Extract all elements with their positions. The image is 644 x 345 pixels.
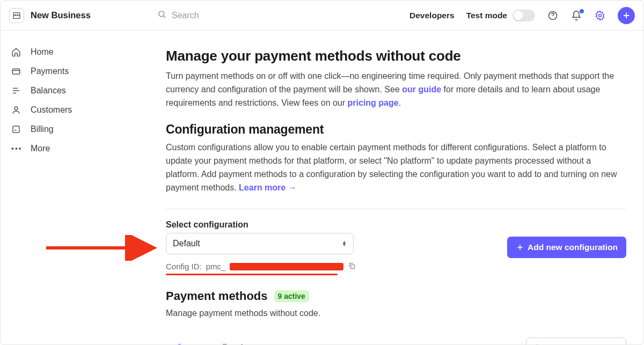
- tab-preview[interactable]: Preview: [222, 337, 254, 345]
- notification-dot-icon: [580, 9, 584, 13]
- tabs: Set up Preview: [166, 337, 254, 345]
- store-icon: [9, 8, 24, 23]
- review-transaction-button[interactable]: Review transaction: [526, 337, 626, 345]
- card-icon: [11, 67, 21, 76]
- bell-icon[interactable]: [570, 10, 582, 21]
- home-icon: [11, 47, 21, 57]
- main-content: Manage your payment methods without code…: [149, 31, 643, 345]
- svg-point-4: [14, 107, 18, 110]
- help-icon[interactable]: [547, 10, 559, 21]
- brand[interactable]: New Business: [9, 8, 149, 23]
- svg-rect-6: [351, 265, 355, 268]
- toggle-icon[interactable]: [513, 10, 535, 21]
- page-title: Manage your payment methods without code: [166, 48, 626, 64]
- gear-icon[interactable]: [594, 10, 606, 21]
- brand-name: New Business: [31, 10, 91, 20]
- pricing-page-link[interactable]: pricing page: [348, 98, 399, 107]
- test-mode-label: Test mode: [466, 11, 507, 20]
- sidebar-item-label: Payments: [31, 67, 69, 76]
- svg-rect-3: [12, 69, 20, 75]
- search-input[interactable]: [172, 11, 401, 20]
- sidebar: Home Payments Balances Customers Billing…: [1, 31, 149, 345]
- config-select[interactable]: Default ▲▼: [166, 233, 354, 254]
- svg-point-2: [599, 14, 602, 17]
- config-id-label: Config ID:: [166, 262, 202, 271]
- intro-paragraph: Turn payment methods on or off with one …: [166, 70, 626, 109]
- balances-icon: [11, 86, 21, 96]
- select-value: Default: [173, 239, 200, 248]
- config-id-row: Config ID: pmc_: [166, 262, 356, 271]
- sidebar-item-label: Customers: [31, 105, 72, 115]
- review-transaction-label: Review transaction: [546, 343, 619, 345]
- divider: [166, 209, 626, 209]
- copy-icon[interactable]: [348, 262, 356, 271]
- developers-link[interactable]: Developers: [409, 11, 455, 20]
- more-icon: •••: [11, 144, 21, 153]
- add-config-button[interactable]: Add new configuration: [507, 237, 626, 258]
- learn-more-link[interactable]: Learn more →: [239, 183, 297, 192]
- sidebar-item-label: Billing: [31, 124, 54, 134]
- payment-methods-subtitle: Manage payment methods without code.: [166, 309, 626, 318]
- config-mgmt-desc: Custom configurations allow you to enabl…: [166, 141, 626, 194]
- sidebar-item-label: More: [31, 144, 50, 153]
- plus-icon: [516, 243, 524, 252]
- sidebar-item-home[interactable]: Home: [1, 42, 149, 62]
- tab-setup[interactable]: Set up: [177, 337, 203, 345]
- sidebar-item-label: Home: [31, 47, 54, 57]
- test-mode-toggle[interactable]: Test mode: [466, 10, 535, 21]
- sidebar-item-label: Balances: [31, 86, 66, 96]
- active-count-badge: 9 active: [274, 290, 309, 302]
- sidebar-item-balances[interactable]: Balances: [1, 81, 149, 100]
- topbar: New Business Developers Test mode: [1, 1, 643, 31]
- search-icon: [157, 10, 166, 21]
- config-id-prefix: pmc_: [206, 262, 226, 271]
- svg-rect-5: [13, 126, 19, 133]
- config-mgmt-title: Configuration management: [166, 122, 626, 137]
- select-config-label: Select configuration: [166, 220, 356, 230]
- user-icon: [11, 105, 21, 115]
- our-guide-link[interactable]: our guide: [402, 85, 441, 94]
- eye-icon: [533, 343, 541, 345]
- topbar-actions: Developers Test mode: [409, 7, 635, 24]
- annotation-underline: [166, 274, 338, 275]
- add-button[interactable]: [618, 7, 635, 24]
- chevron-updown-icon: ▲▼: [342, 241, 347, 246]
- sidebar-item-customers[interactable]: Customers: [1, 100, 149, 120]
- sidebar-item-payments[interactable]: Payments: [1, 62, 149, 81]
- receipt-icon: [11, 124, 21, 134]
- sidebar-item-billing[interactable]: Billing: [1, 120, 149, 139]
- redacted-config-id: [230, 263, 343, 270]
- add-config-label: Add new configuration: [528, 243, 618, 252]
- search[interactable]: [157, 10, 401, 21]
- sidebar-item-more[interactable]: ••• More: [1, 139, 149, 158]
- payment-methods-title: Payment methods: [166, 289, 268, 303]
- svg-point-0: [159, 11, 164, 17]
